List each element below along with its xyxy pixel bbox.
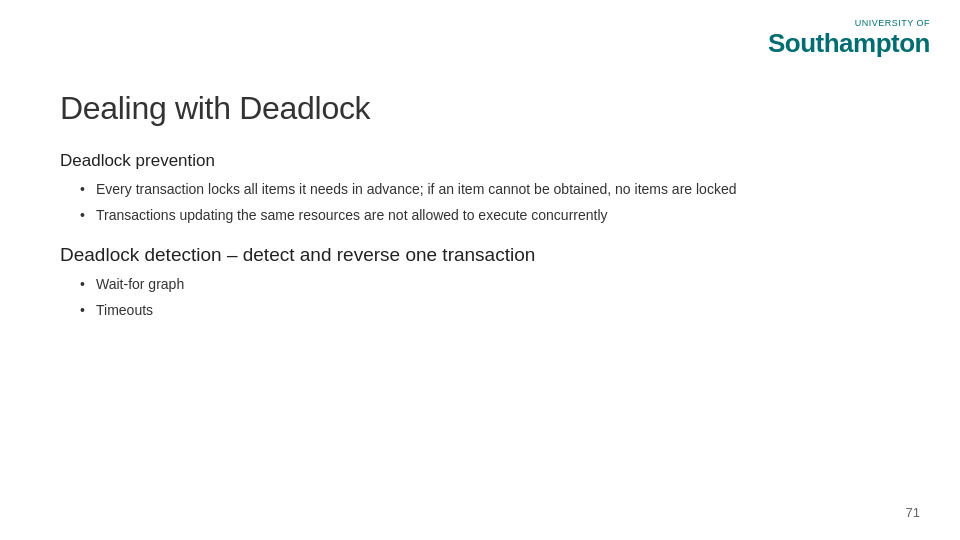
detection-section: Deadlock detection – detect and reverse … [60,244,900,321]
list-item: Wait-for graph [80,274,900,295]
logo-area: UNIVERSITY OF Southampton [768,18,930,57]
list-item: Transactions updating the same resources… [80,205,900,226]
logo-southampton-text: Southampton [768,29,930,58]
prevention-section: Deadlock prevention Every transaction lo… [60,151,900,226]
list-item: Timeouts [80,300,900,321]
slide-title: Dealing with Deadlock [60,90,900,127]
detection-bullet-list: Wait-for graph Timeouts [80,274,900,321]
detection-heading: Deadlock detection – detect and reverse … [60,244,900,266]
page-number: 71 [906,505,920,520]
slide: UNIVERSITY OF Southampton Dealing with D… [0,0,960,540]
prevention-bullet-list: Every transaction locks all items it nee… [80,179,900,226]
prevention-heading: Deadlock prevention [60,151,900,171]
list-item: Every transaction locks all items it nee… [80,179,900,200]
